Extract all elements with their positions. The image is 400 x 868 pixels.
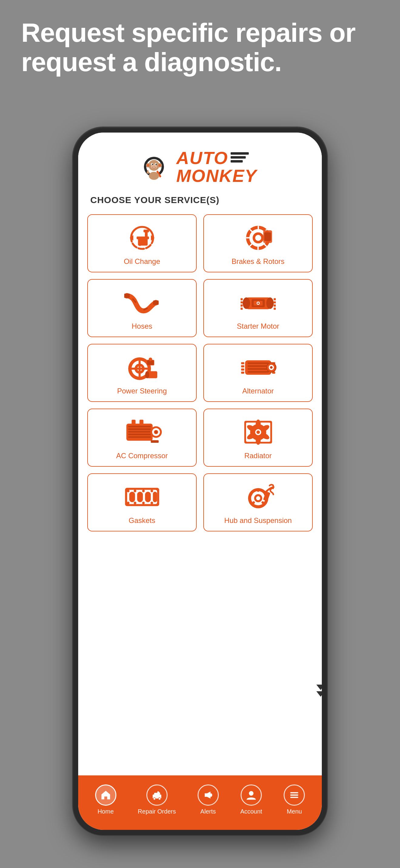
svg-rect-55 — [274, 305, 276, 307]
svg-point-141 — [210, 793, 212, 797]
svg-point-107 — [255, 435, 261, 444]
svg-rect-115 — [137, 492, 143, 502]
svg-point-7 — [159, 164, 161, 166]
svg-rect-53 — [274, 298, 276, 300]
scroll-arrows — [316, 685, 322, 697]
svg-rect-56 — [274, 308, 276, 310]
service-label-alternator: Alternator — [242, 387, 274, 395]
services-grid: Oil Change — [87, 214, 313, 537]
service-label-hub-suspension: Hub and Suspension — [224, 516, 292, 525]
alternator-icon — [238, 352, 278, 382]
svg-rect-50 — [240, 302, 242, 304]
nav-item-account[interactable]: Account — [240, 784, 262, 815]
service-label-gaskets: Gaskets — [128, 516, 155, 525]
nav-label-account: Account — [240, 808, 262, 815]
svg-point-104 — [255, 420, 261, 430]
svg-point-121 — [150, 490, 153, 492]
svg-rect-75 — [241, 368, 244, 370]
svg-rect-49 — [240, 298, 242, 300]
ac-compressor-icon — [122, 417, 162, 447]
service-card-hoses[interactable]: Hoses — [87, 279, 197, 337]
svg-rect-81 — [248, 363, 268, 364]
svg-rect-54 — [274, 302, 276, 304]
services-scroll[interactable]: Oil Change — [78, 211, 322, 775]
svg-point-118 — [127, 490, 130, 492]
svg-point-99 — [155, 431, 157, 433]
nav-item-menu[interactable]: Menu — [284, 784, 305, 815]
svg-point-111 — [256, 430, 260, 434]
svg-point-68 — [145, 371, 149, 378]
svg-rect-94 — [128, 434, 151, 435]
service-card-starter[interactable]: Starter Motor — [203, 279, 313, 337]
svg-rect-30 — [258, 226, 259, 231]
service-card-ac-compressor[interactable]: AC Compressor — [87, 409, 197, 467]
svg-rect-90 — [139, 420, 143, 425]
svg-rect-116 — [145, 492, 151, 502]
svg-point-122 — [127, 502, 130, 504]
svg-rect-41 — [124, 293, 130, 298]
power-steering-icon — [122, 352, 162, 382]
service-card-power-steering[interactable]: Power Steering — [87, 344, 197, 402]
svg-rect-100 — [151, 440, 159, 443]
hub-suspension-icon — [238, 482, 278, 512]
svg-point-125 — [150, 502, 153, 504]
svg-rect-39 — [264, 232, 271, 241]
phone-inner: AUTO MONKEY CHOOSE YOUR SERVICE(S) — [78, 132, 322, 830]
svg-point-123 — [134, 502, 136, 504]
scroll-arrow-2 — [316, 691, 322, 697]
service-card-brakes[interactable]: Brakes & Rotors — [203, 214, 313, 272]
service-label-starter: Starter Motor — [237, 322, 279, 331]
logo-auto-text: AUTO — [176, 148, 228, 168]
phone-outer: AUTO MONKEY CHOOSE YOUR SERVICE(S) — [73, 127, 327, 835]
service-card-gaskets[interactable]: Gaskets — [87, 473, 197, 531]
service-label-ac: AC Compressor — [116, 452, 168, 460]
service-label-hoses: Hoses — [132, 322, 152, 331]
svg-rect-91 — [128, 426, 151, 427]
svg-rect-144 — [290, 795, 298, 796]
service-label-oil-change: Oil Change — [124, 257, 160, 266]
nav-item-repair-orders[interactable]: Repair Orders — [138, 784, 176, 815]
service-card-hub-suspension[interactable]: Hub and Suspension — [203, 473, 313, 531]
svg-point-139 — [158, 798, 161, 800]
svg-rect-22 — [143, 230, 149, 232]
nav-item-alerts[interactable]: Alerts — [198, 784, 219, 815]
svg-rect-89 — [132, 420, 136, 425]
svg-point-48 — [266, 298, 273, 309]
svg-rect-76 — [241, 372, 244, 374]
app-logo — [143, 152, 179, 182]
svg-rect-74 — [241, 365, 244, 367]
svg-rect-82 — [248, 365, 268, 367]
service-card-radiator[interactable]: Radiator — [203, 409, 313, 467]
svg-point-138 — [153, 798, 155, 800]
account-nav-icon — [240, 784, 262, 806]
svg-rect-51 — [240, 305, 242, 307]
hero-text: Request specific repairs or request a di… — [21, 18, 379, 77]
bottom-nav: Home — [78, 775, 322, 830]
svg-rect-92 — [128, 428, 151, 430]
svg-point-119 — [134, 490, 136, 492]
svg-point-6 — [147, 164, 149, 166]
service-card-oil-change[interactable]: Oil Change — [87, 214, 197, 272]
svg-point-16 — [149, 172, 159, 180]
svg-point-142 — [249, 791, 253, 795]
svg-rect-34 — [257, 245, 258, 250]
nav-item-home[interactable]: Home — [95, 784, 116, 815]
svg-point-14 — [154, 166, 155, 166]
service-card-alternator[interactable]: Alternator — [203, 344, 313, 402]
svg-point-120 — [142, 490, 145, 492]
svg-point-134 — [250, 493, 252, 496]
app-header: AUTO MONKEY — [78, 132, 322, 192]
svg-rect-83 — [248, 368, 268, 370]
svg-rect-73 — [241, 362, 244, 364]
svg-rect-36 — [246, 237, 251, 239]
svg-point-132 — [261, 501, 264, 504]
radiator-icon — [238, 417, 278, 447]
svg-rect-114 — [129, 492, 135, 502]
section-title: CHOOSE YOUR SERVICE(S) — [78, 192, 322, 211]
repair-orders-nav-icon — [146, 784, 168, 806]
nav-label-home: Home — [97, 808, 114, 815]
logo-monkey-text: MONKEY — [176, 165, 257, 186]
svg-point-87 — [270, 366, 273, 369]
svg-point-47 — [242, 298, 250, 309]
nav-label-menu: Menu — [287, 808, 302, 815]
